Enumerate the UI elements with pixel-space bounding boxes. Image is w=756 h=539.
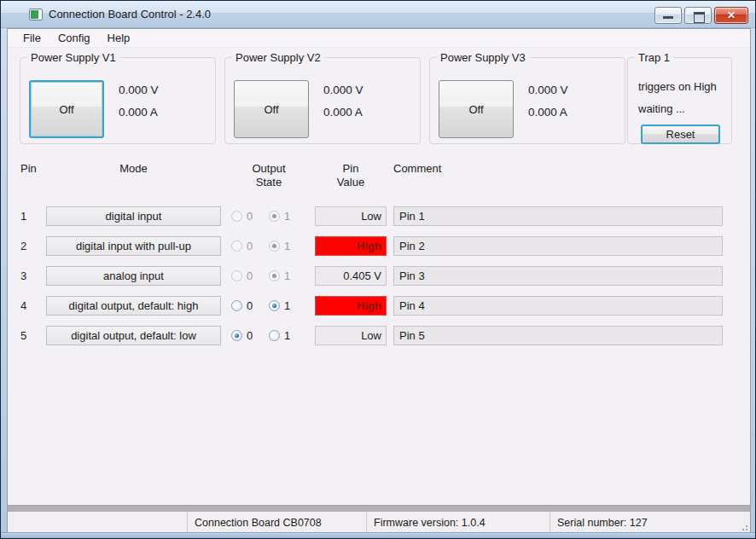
pin-2-mode-button[interactable]: digital input with pull-up <box>46 236 221 256</box>
client-area: File Config Help Power Supply V1 Off 0.0… <box>7 28 751 534</box>
pin-4-output-0-radio[interactable]: 0 <box>231 299 269 312</box>
menu-file[interactable]: File <box>15 30 49 46</box>
pin-3-output-0-radio: 0 <box>231 270 269 282</box>
voltage-readout: 0.000 V <box>119 84 159 96</box>
trap-status-text: waiting ... <box>638 102 685 115</box>
pin-table-header: Pin Mode Output State Pin Value Comment <box>20 162 723 201</box>
pin-5-mode-button[interactable]: digital output, default: low <box>46 326 221 345</box>
pin-4-comment-field[interactable]: Pin 4 <box>393 296 723 316</box>
table-row: 4 digital output, default: high 0 1 High… <box>20 291 723 321</box>
pin-5-output-1-radio[interactable]: 1 <box>269 329 306 342</box>
current-readout: 0.000 A <box>119 106 158 119</box>
status-bar: Connection Board CB0708 Firmware version… <box>8 512 750 533</box>
app-window: Connection Board Control - 2.4.0 File Co… <box>0 0 756 539</box>
pin-1-comment-field[interactable]: Pin 1 <box>393 206 723 226</box>
power-supply-v2-off-button[interactable]: Off <box>234 80 309 138</box>
pin-5-value: Low <box>315 326 387 345</box>
pin-3-mode-button[interactable]: analog input <box>46 266 221 286</box>
table-row: 1 digital input 0 1 Low Pin 1 <box>20 201 723 231</box>
pin-number: 3 <box>20 270 46 282</box>
power-supply-v3-off-button[interactable]: Off <box>439 80 514 138</box>
pin-2-output-1-radio: 1 <box>269 240 306 252</box>
pin-table: Pin Mode Output State Pin Value Comment … <box>20 162 723 351</box>
pin-3-comment-field[interactable]: Pin 3 <box>393 266 723 286</box>
trap-trigger-text: triggers on High <box>638 80 717 93</box>
close-icon[interactable] <box>714 7 748 24</box>
minimize-icon[interactable] <box>654 7 682 24</box>
window-title: Connection Board Control - 2.4.0 <box>49 8 211 20</box>
status-firmware-version: Firmware version: 1.0.4 <box>366 512 550 533</box>
pin-number: 4 <box>20 299 46 312</box>
pin-3-value: 0.405 V <box>315 266 387 286</box>
pin-1-output-1-radio: 1 <box>269 210 306 223</box>
voltage-readout: 0.000 V <box>528 84 568 96</box>
status-board-name: Connection Board CB0708 <box>187 512 366 533</box>
header-output-state: Output State <box>231 162 306 190</box>
main-content: Power Supply V1 Off 0.000 V 0.000 A Powe… <box>8 48 750 505</box>
power-supply-v2-group: Power Supply V2 Off 0.000 V 0.000 A <box>224 57 421 144</box>
pin-4-mode-button[interactable]: digital output, default: high <box>46 296 221 316</box>
pin-5-comment-field[interactable]: Pin 5 <box>393 326 723 345</box>
size-grip-icon[interactable] <box>738 521 748 531</box>
pin-5-output-0-radio[interactable]: 0 <box>231 329 269 342</box>
pin-1-value: Low <box>315 206 387 226</box>
power-supply-v1-off-button[interactable]: Off <box>29 80 104 138</box>
power-supply-v3-group: Power Supply V3 Off 0.000 V 0.000 A <box>429 57 625 144</box>
window-frame-bottom <box>1 532 755 538</box>
current-readout: 0.000 A <box>323 106 363 119</box>
header-pin: Pin <box>20 162 46 176</box>
pin-2-output-0-radio: 0 <box>231 240 269 252</box>
pin-number: 5 <box>20 329 46 342</box>
table-row: 3 analog input 0 1 0.405 V Pin 3 <box>20 261 723 291</box>
pin-1-mode-button[interactable]: digital input <box>46 206 221 226</box>
trap-reset-button[interactable]: Reset <box>641 125 720 144</box>
status-section-empty <box>8 512 187 533</box>
pin-3-output-1-radio: 1 <box>269 270 306 282</box>
header-pin-value: Pin Value <box>315 162 387 190</box>
pin-2-value: High <box>315 236 387 256</box>
titlebar[interactable]: Connection Board Control - 2.4.0 <box>1 1 755 28</box>
pin-2-comment-field[interactable]: Pin 2 <box>393 236 723 256</box>
pin-4-value: High <box>315 296 387 316</box>
menubar: File Config Help <box>8 29 750 48</box>
table-row: 2 digital input with pull-up 0 1 High Pi… <box>20 231 723 261</box>
group-title: Trap 1 <box>635 51 673 64</box>
group-title: Power Supply V3 <box>437 51 529 64</box>
pin-number: 1 <box>20 210 46 223</box>
menu-config[interactable]: Config <box>49 30 99 46</box>
group-title: Power Supply V1 <box>27 51 119 64</box>
voltage-readout: 0.000 V <box>323 84 363 96</box>
power-supply-v1-group: Power Supply V1 Off 0.000 V 0.000 A <box>20 57 216 144</box>
pin-1-output-0-radio: 0 <box>231 210 269 223</box>
current-readout: 0.000 A <box>528 106 567 119</box>
menu-help[interactable]: Help <box>99 30 139 46</box>
content-bottom-edge <box>8 505 750 512</box>
table-row: 5 digital output, default: low 0 1 Low P… <box>20 321 723 351</box>
pin-4-output-1-radio[interactable]: 1 <box>269 299 306 312</box>
maximize-icon[interactable] <box>684 7 712 24</box>
group-title: Power Supply V2 <box>232 51 324 64</box>
header-comment: Comment <box>393 162 723 176</box>
app-icon <box>29 9 43 20</box>
status-serial-number: Serial number: 127 <box>550 512 750 533</box>
header-mode: Mode <box>46 162 221 176</box>
trap-1-group: Trap 1 triggers on High waiting ... Rese… <box>627 57 732 144</box>
pin-number: 2 <box>20 240 46 252</box>
